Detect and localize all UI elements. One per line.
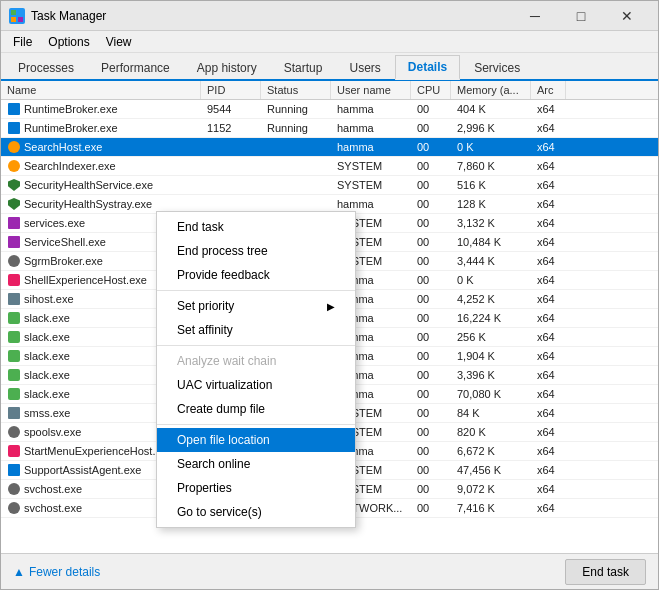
proc-user: SYSTEM xyxy=(331,178,411,192)
tab-users[interactable]: Users xyxy=(336,56,393,80)
proc-memory: 7,860 K xyxy=(451,159,531,173)
proc-cpu: 00 xyxy=(411,387,451,401)
ctx-item-label: Set priority xyxy=(177,299,234,313)
proc-icon xyxy=(7,102,21,116)
proc-name-text: svchost.exe xyxy=(24,483,82,495)
proc-arc: x64 xyxy=(531,178,566,192)
col-header-status[interactable]: Status xyxy=(261,81,331,99)
proc-cpu: 00 xyxy=(411,216,451,230)
proc-cpu: 00 xyxy=(411,406,451,420)
table-row[interactable]: SearchHost.exe hamma 00 0 K x64 xyxy=(1,138,658,157)
proc-status: Running xyxy=(261,121,331,135)
table-header: Name PID Status User name CPU Memory (a.… xyxy=(1,81,658,100)
col-header-name[interactable]: Name xyxy=(1,81,201,99)
proc-cpu: 00 xyxy=(411,197,451,211)
ctx-item-label: Open file location xyxy=(177,433,270,447)
table-row[interactable]: RuntimeBroker.exe 1152 Running hamma 00 … xyxy=(1,119,658,138)
proc-memory: 6,672 K xyxy=(451,444,531,458)
proc-cpu: 00 xyxy=(411,311,451,325)
proc-icon xyxy=(7,216,21,230)
proc-cpu: 00 xyxy=(411,292,451,306)
context-menu-item[interactable]: Create dump file xyxy=(157,397,355,421)
context-menu-item[interactable]: Provide feedback xyxy=(157,263,355,287)
proc-status xyxy=(261,146,331,148)
minimize-button[interactable]: ─ xyxy=(512,1,558,31)
context-menu-item[interactable]: Search online xyxy=(157,452,355,476)
context-menu-item[interactable]: End task xyxy=(157,215,355,239)
col-header-pid[interactable]: PID xyxy=(201,81,261,99)
proc-name-text: SearchIndexer.exe xyxy=(24,160,116,172)
proc-arc: x64 xyxy=(531,216,566,230)
proc-cpu: 00 xyxy=(411,273,451,287)
context-menu-item[interactable]: Go to service(s) xyxy=(157,500,355,524)
submenu-arrow-icon: ▶ xyxy=(327,301,335,312)
col-header-memory[interactable]: Memory (a... xyxy=(451,81,531,99)
end-task-button[interactable]: End task xyxy=(565,559,646,585)
fewer-details-button[interactable]: ▲ Fewer details xyxy=(13,565,100,579)
proc-name-text: slack.exe xyxy=(24,350,70,362)
proc-arc: x64 xyxy=(531,368,566,382)
proc-name-text: sihost.exe xyxy=(24,293,74,305)
tab-app-history[interactable]: App history xyxy=(184,56,270,80)
proc-cpu: 00 xyxy=(411,178,451,192)
tab-startup[interactable]: Startup xyxy=(271,56,336,80)
proc-name-text: SecurityHealthSystray.exe xyxy=(24,198,152,210)
svg-rect-2 xyxy=(11,17,16,22)
table-row[interactable]: SearchIndexer.exe SYSTEM 00 7,860 K x64 xyxy=(1,157,658,176)
proc-arc: x64 xyxy=(531,273,566,287)
proc-memory: 256 K xyxy=(451,330,531,344)
col-header-arc[interactable]: Arc xyxy=(531,81,566,99)
tab-performance[interactable]: Performance xyxy=(88,56,183,80)
proc-pid xyxy=(201,165,261,167)
context-menu-item: Analyze wait chain xyxy=(157,349,355,373)
context-menu: End taskEnd process treeProvide feedback… xyxy=(156,211,356,528)
ctx-item-label: Properties xyxy=(177,481,232,495)
col-header-cpu[interactable]: CPU xyxy=(411,81,451,99)
proc-cpu: 00 xyxy=(411,254,451,268)
close-button[interactable]: ✕ xyxy=(604,1,650,31)
proc-icon xyxy=(7,292,21,306)
proc-name-text: RuntimeBroker.exe xyxy=(24,122,118,134)
task-manager-window: Task Manager ─ □ ✕ File Options View Pro… xyxy=(0,0,659,590)
maximize-button[interactable]: □ xyxy=(558,1,604,31)
process-table: Name PID Status User name CPU Memory (a.… xyxy=(1,81,658,553)
proc-user: hamma xyxy=(331,140,411,154)
context-menu-item[interactable]: UAC virtualization xyxy=(157,373,355,397)
tabs-bar: Processes Performance App history Startu… xyxy=(1,53,658,81)
menu-view[interactable]: View xyxy=(98,33,140,51)
proc-memory: 47,456 K xyxy=(451,463,531,477)
proc-cpu: 00 xyxy=(411,368,451,382)
proc-arc: x64 xyxy=(531,501,566,515)
menu-options[interactable]: Options xyxy=(40,33,97,51)
proc-icon xyxy=(7,330,21,344)
col-header-user[interactable]: User name xyxy=(331,81,411,99)
context-menu-item[interactable]: Properties xyxy=(157,476,355,500)
proc-status xyxy=(261,184,331,186)
proc-cpu: 00 xyxy=(411,330,451,344)
proc-arc: x64 xyxy=(531,311,566,325)
proc-icon xyxy=(7,482,21,496)
proc-arc: x64 xyxy=(531,121,566,135)
context-menu-item[interactable]: Open file location xyxy=(157,428,355,452)
tab-processes[interactable]: Processes xyxy=(5,56,87,80)
context-menu-item[interactable]: End process tree xyxy=(157,239,355,263)
proc-memory: 516 K xyxy=(451,178,531,192)
proc-icon xyxy=(7,159,21,173)
proc-user: hamma xyxy=(331,121,411,135)
proc-icon xyxy=(7,311,21,325)
proc-icon xyxy=(7,501,21,515)
proc-memory: 4,252 K xyxy=(451,292,531,306)
tab-services[interactable]: Services xyxy=(461,56,533,80)
proc-icon xyxy=(7,387,21,401)
menu-file[interactable]: File xyxy=(5,33,40,51)
proc-memory: 84 K xyxy=(451,406,531,420)
proc-memory: 10,484 K xyxy=(451,235,531,249)
proc-icon xyxy=(7,406,21,420)
proc-cpu: 00 xyxy=(411,159,451,173)
table-row[interactable]: RuntimeBroker.exe 9544 Running hamma 00 … xyxy=(1,100,658,119)
tab-details[interactable]: Details xyxy=(395,55,460,80)
context-menu-separator xyxy=(157,290,355,291)
table-row[interactable]: SecurityHealthService.exe SYSTEM 00 516 … xyxy=(1,176,658,195)
context-menu-item[interactable]: Set affinity xyxy=(157,318,355,342)
context-menu-item[interactable]: Set priority▶ xyxy=(157,294,355,318)
